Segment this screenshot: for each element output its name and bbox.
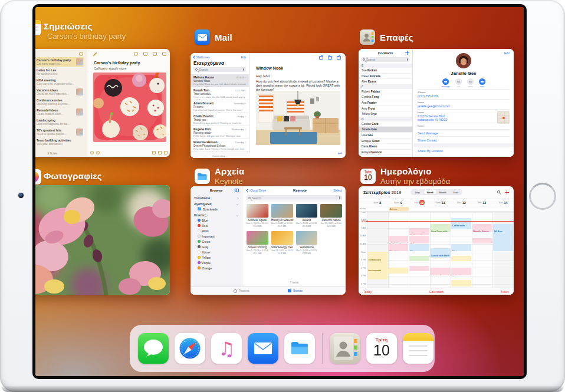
photos-app-thumbnail[interactable]: [35, 185, 170, 295]
files-location: Downloads: [190, 206, 242, 212]
compose-icon: [337, 56, 341, 60]
sidebar-toggle-icon: [235, 189, 239, 192]
month-title: Σεπτεμβρίου 2019: [363, 190, 401, 195]
files-tag: Home: [190, 249, 242, 255]
calendar-event: Choir practice: [388, 268, 408, 273]
files-app-name: Αρχεία: [215, 166, 244, 176]
week-grid: 7 AM8 AM9 AM10 AM11 AMNoon1 PM2 PM3 PM4 …: [359, 212, 514, 288]
map-thumbnail: [497, 111, 510, 124]
inbox-title: Εισερχόμενα: [193, 60, 224, 66]
home-button[interactable]: [529, 183, 556, 210]
contact-row: Dana Glenn: [359, 144, 412, 150]
contact-row: Amy Frost: [359, 106, 412, 112]
video-action-button: video: [467, 78, 474, 88]
compose-icon: [162, 52, 166, 56]
calendar-event: Coffee with GuillermoPhilz Coffee: [409, 228, 429, 236]
section-header: F: [359, 85, 412, 89]
calendar-event: FaceTime with grandma: [430, 224, 450, 232]
files-section: Ετικέτες: [190, 212, 242, 218]
items-count: 7 items: [243, 281, 346, 284]
message-body: How do you feel about blinds instead of …: [256, 80, 341, 92]
message-action-button: message: [442, 78, 450, 88]
dock-music-icon[interactable]: ♫: [211, 333, 242, 364]
mail-message-row: Eugene KimWednesday › Running articleHel…: [190, 126, 249, 139]
dock-contacts-icon[interactable]: [330, 333, 360, 364]
contacts-app-thumbnail[interactable]: Contacts Search ESue ErokanDaren Estrada…: [359, 49, 514, 157]
files-sidebar: Browse ΤοποθεσίαΑγαπημέναDownloadsΕτικέτ…: [190, 186, 242, 286]
note-list-item: LandscapingLook into flagstone for ba…: [35, 117, 84, 127]
contact-row: Robert Fabian: [359, 89, 412, 95]
mail-action-button: mail: [479, 78, 485, 88]
files-section: Αγαπημένα: [190, 200, 242, 206]
contact-field: iPhone(217) 555-1109: [418, 89, 510, 99]
calendar-event: Weekly Status: [472, 224, 492, 232]
calendar-header: Σεπτεμβρίου 2019 DayWeekMonthYear: [359, 186, 514, 199]
cupcakes-photo: [93, 73, 166, 142]
notes-app-thumbnail[interactable]: Carson's birthday partyCall party supply…: [35, 49, 170, 157]
dock-calendar-icon[interactable]: Τρίτη10: [366, 333, 397, 364]
flowers-photo: [35, 185, 170, 295]
grid-icon: [152, 151, 156, 154]
file-item: YellowstoneMar 5, 2019 at 12:23 PM2.99 M…: [296, 231, 318, 255]
dock-safari-icon[interactable]: [175, 333, 205, 364]
mail-message-row: Adam GossettYesterday › ResumeI've attac…: [190, 100, 249, 113]
front-camera-icon: [18, 193, 24, 198]
today-button: Today: [363, 290, 372, 294]
view-option: Day: [411, 190, 424, 195]
calendar-event: Brainstorm: [451, 268, 471, 275]
search-icon: [195, 68, 198, 71]
files-tag: Important: [190, 233, 242, 239]
svg-text:♫: ♫: [218, 338, 235, 360]
section-header: G: [359, 117, 412, 121]
view-option: Month: [436, 190, 449, 195]
reply-icon: ↩: [338, 151, 342, 156]
note-list-item: Conference notesOpening morning keynote…: [35, 97, 84, 107]
files-app-subtitle: Keynote: [215, 177, 244, 186]
contact-link: Send Message: [418, 129, 510, 136]
files-search-field: Search: [247, 195, 342, 200]
new-note-icon: [164, 151, 167, 154]
notes-sort-icon: [79, 52, 83, 56]
notes-app-label: Σημειώσεις Carson's birthday party: [44, 21, 126, 41]
calendar-app-thumbnail[interactable]: Σεπτεμβρίου 2019 DayWeekMonthYear Sun8Mo…: [359, 186, 514, 295]
calendar-event: Pickup Sam from taekwondo: [451, 280, 471, 286]
icloud-drive-back-button: iCloud Drive: [247, 189, 266, 192]
mail-message-row: Francine HansonTuesday › Desert Photosho…: [190, 139, 249, 152]
dock-files-icon[interactable]: [284, 333, 315, 364]
dock-messages-icon[interactable]: [138, 333, 169, 364]
screen-bezel: Σημειώσεις Carson's birthday party Mail: [32, 4, 527, 379]
dock-notes-icon[interactable]: [403, 333, 433, 364]
contact-field: homejanelle.gee@icloud.com: [418, 99, 510, 109]
share-icon: [153, 52, 157, 56]
note-thumbnail: [76, 129, 83, 136]
note-thumbnail: [76, 108, 83, 116]
files-tag: Purple: [190, 260, 242, 265]
mail-message-row: Farrah Tam1:21 PM › Train scheduleHere i…: [190, 87, 249, 100]
dock-mail-icon[interactable]: [248, 333, 278, 364]
contacts-list-pane: Contacts Search ESue ErokanDaren Estrada…: [359, 49, 413, 157]
calendar-event: Leadership Conference: [430, 268, 450, 275]
clock-icon: [234, 289, 237, 293]
photos-app-name: Φωτογραφίες: [44, 171, 102, 181]
contact-link: Share Contact: [418, 136, 510, 143]
calendars-button: Calendars: [429, 290, 444, 294]
add-event-icon: [505, 190, 509, 195]
contact-row: Janelle Gee: [359, 127, 412, 133]
all-day-event: Ashura: [389, 207, 409, 211]
contact-detail-pane: Edit Janelle Gee message call video mail…: [413, 49, 514, 157]
day-header: Sun8: [367, 199, 388, 206]
note-title: Carson's birthday party: [94, 61, 140, 65]
add-people-icon: [134, 52, 138, 56]
table-icon: [158, 151, 162, 154]
mail-app-thumbnail[interactable]: Mailboxes Edit Εισερχόμενα Search Meliss…: [190, 53, 346, 158]
select-button: Select: [334, 189, 342, 192]
checklist-icon: [90, 151, 94, 154]
files-app-icon: [195, 169, 210, 184]
mic-icon: [407, 58, 409, 61]
calendar-event: 5K Run: [493, 224, 513, 252]
dock-separator: [322, 333, 323, 364]
contact-name: Janelle Gee: [413, 71, 514, 76]
files-app-thumbnail[interactable]: Browse ΤοποθεσίαΑγαπημέναDownloadsΕτικέτ…: [190, 186, 346, 295]
calendar-event: Couch delivery: [409, 256, 429, 261]
current-time-line: [367, 221, 514, 222]
